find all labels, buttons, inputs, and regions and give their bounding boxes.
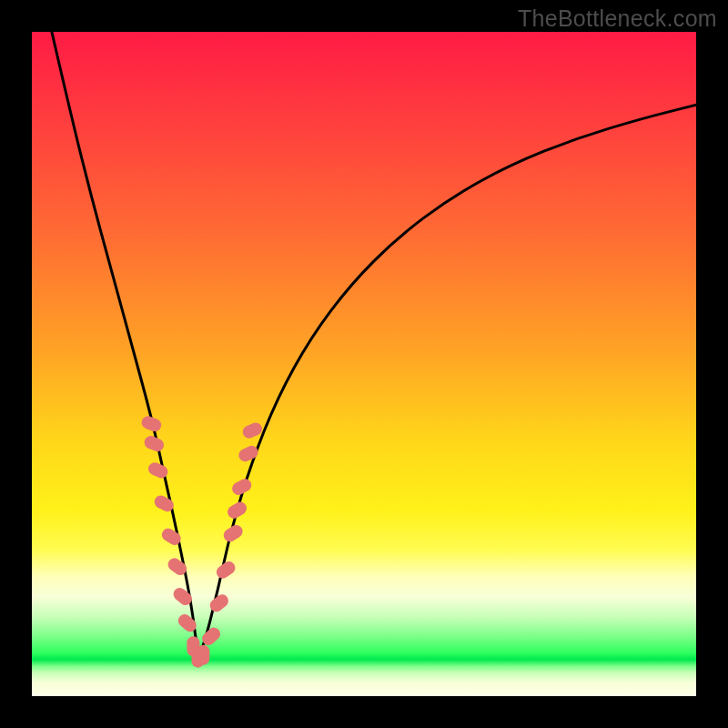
highlight-dot <box>221 522 245 544</box>
bottleneck-curve-path <box>52 32 696 651</box>
highlight-dot <box>140 414 163 433</box>
highlight-dot <box>214 559 238 581</box>
highlight-dot <box>147 460 170 480</box>
highlight-dot <box>226 500 249 521</box>
chart-frame: TheBottleneck.com <box>0 0 728 728</box>
curve-layer <box>32 32 696 696</box>
highlight-dot <box>143 434 167 453</box>
highlight-dot <box>197 645 209 665</box>
highlight-dot <box>207 592 231 614</box>
bottleneck-curve <box>52 32 696 651</box>
watermark-text: TheBottleneck.com <box>518 5 717 32</box>
plot-area <box>32 32 696 696</box>
